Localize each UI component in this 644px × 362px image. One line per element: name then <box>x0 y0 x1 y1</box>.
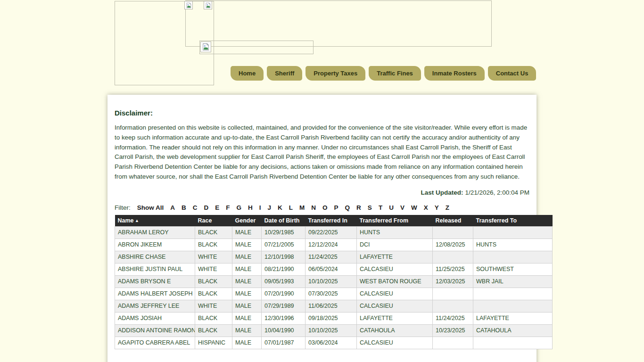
table-cell: AGAPITO CABRERA ABEL <box>115 337 195 349</box>
table-row: ABSHIRE CHASEWHITEMALE12/10/199811/24/20… <box>115 251 553 263</box>
table-cell <box>473 251 553 263</box>
table-cell: DCI <box>357 239 433 251</box>
nav-button-contact-us[interactable]: Contact Us <box>488 66 537 81</box>
header-banner-box <box>185 0 492 47</box>
table-cell: MALE <box>232 263 262 275</box>
filter-letter-r[interactable]: R <box>356 204 361 211</box>
filter-letter-w[interactable]: W <box>411 204 417 211</box>
table-row: AGAPITO CABRERA ABELHISPANICMALE07/01/19… <box>115 337 553 349</box>
table-cell: ADAMS HALBERT JOSEPH <box>115 288 195 300</box>
filter-show-all[interactable]: Show All <box>137 204 164 211</box>
column-header-date-of-birth[interactable]: Date of Birth <box>262 215 305 227</box>
column-header-transferred-from[interactable]: Transferred From <box>357 215 433 227</box>
table-cell: MALE <box>232 324 262 337</box>
table-cell: SOUTHWEST <box>473 263 553 275</box>
column-header-transferred-to[interactable]: Transferred To <box>473 215 553 227</box>
table-cell: WEST BATON ROUGE <box>357 275 433 288</box>
table-cell: 11/25/2025 <box>433 263 473 275</box>
broken-image-icon <box>184 1 193 9</box>
filter-letter-o[interactable]: O <box>322 204 328 211</box>
table-cell: 12/12/2024 <box>305 239 357 251</box>
filter-bar: Filter: Show All ABCDEFGHIJKLMNOPQRSTUVW… <box>115 204 529 211</box>
filter-letter-t[interactable]: T <box>379 204 382 211</box>
table-cell: 11/24/2025 <box>305 251 357 263</box>
table-row: ADAMS HALBERT JOSEPHBLACKMALE07/20/19900… <box>115 288 553 300</box>
column-header-race[interactable]: Race <box>195 215 232 227</box>
filter-letter-q[interactable]: Q <box>345 204 350 211</box>
table-cell: BLACK <box>195 324 232 337</box>
disclaimer-text: Information presented on this website is… <box>115 123 529 182</box>
filter-letter-u[interactable]: U <box>389 204 394 211</box>
table-cell: BLACK <box>195 312 232 324</box>
table-cell: MALE <box>232 239 262 251</box>
filter-label: Filter: <box>115 204 131 211</box>
nav-button-traffic-fines[interactable]: Traffic Fines <box>369 66 421 81</box>
nav-button-property-taxes[interactable]: Property Taxes <box>305 66 365 81</box>
filter-letter-y[interactable]: Y <box>435 204 439 211</box>
last-updated: Last Updated: 1/21/2026, 2:00:04 PM <box>115 189 529 196</box>
table-cell: WBR JAIL <box>473 275 553 288</box>
table-cell: 07/01/1987 <box>262 337 305 349</box>
broken-image-icon <box>200 41 211 52</box>
table-cell: 11/06/2025 <box>305 300 357 312</box>
filter-letter-a[interactable]: A <box>170 204 175 211</box>
filter-letter-b[interactable]: B <box>182 204 186 211</box>
table-row: ADAMS JOSIAHBLACKMALE12/30/199609/18/202… <box>115 312 553 324</box>
filter-letter-m[interactable]: M <box>299 204 305 211</box>
table-cell: ADAMS JOSIAH <box>115 312 195 324</box>
filter-letter-p[interactable]: P <box>334 204 339 211</box>
filter-letter-s[interactable]: S <box>368 204 372 211</box>
column-header-released[interactable]: Released <box>433 215 473 227</box>
table-cell: WHITE <box>195 263 232 275</box>
disclaimer-heading: Disclaimer: <box>115 109 529 117</box>
table-cell: ADAMS JEFFREY LEE <box>115 300 195 312</box>
table-cell: HISPANIC <box>195 337 232 349</box>
nav-button-inmate-rosters[interactable]: Inmate Rosters <box>424 66 485 81</box>
table-cell <box>473 226 553 239</box>
table-cell: LAFAYETTE <box>357 251 433 263</box>
filter-letter-g[interactable]: G <box>237 204 242 211</box>
filter-letter-v[interactable]: V <box>400 204 405 211</box>
filter-letter-f[interactable]: F <box>226 204 230 211</box>
filter-letter-h[interactable]: H <box>248 204 253 211</box>
table-cell: 12/30/1996 <box>262 312 305 324</box>
table-cell: ABSHIRE JUSTIN PAUL <box>115 263 195 275</box>
sort-ascending-icon: ▲ <box>134 218 139 223</box>
filter-letter-d[interactable]: D <box>204 204 209 211</box>
filter-letter-e[interactable]: E <box>215 204 219 211</box>
table-cell: ABRAHAM LEROY <box>115 226 195 239</box>
nav-buttons: HomeSheriffProperty TaxesTraffic FinesIn… <box>231 66 536 81</box>
filter-letter-l[interactable]: L <box>289 204 293 211</box>
table-row: ADDISON ANTOINE RAMONBLACKMALE10/04/1990… <box>115 324 553 337</box>
filter-letter-j[interactable]: J <box>268 204 272 211</box>
site-header: HomeSheriffProperty TaxesTraffic FinesIn… <box>0 0 644 95</box>
table-cell: 08/21/1990 <box>262 263 305 275</box>
table-cell: BLACK <box>195 226 232 239</box>
table-cell: 03/06/2024 <box>305 337 357 349</box>
filter-letter-k[interactable]: K <box>278 204 282 211</box>
table-cell: CALCASIEU <box>357 263 433 275</box>
nav-button-sheriff[interactable]: Sheriff <box>267 66 302 81</box>
column-header-name[interactable]: Name ▲ <box>115 215 195 227</box>
table-cell: 09/18/2025 <box>305 312 357 324</box>
table-cell: BLACK <box>195 288 232 300</box>
filter-letter-z[interactable]: Z <box>446 204 449 211</box>
filter-letter-x[interactable]: X <box>424 204 428 211</box>
table-header-row: Name ▲RaceGenderDate of BirthTransferred… <box>115 215 553 227</box>
table-cell: LAFAYETTE <box>357 312 433 324</box>
table-row: ADAMS BRYSON EBLACKMALE09/05/199310/10/2… <box>115 275 553 288</box>
filter-letter-c[interactable]: C <box>193 204 198 211</box>
table-cell: CALCASIEU <box>357 288 433 300</box>
table-cell: 07/20/1990 <box>262 288 305 300</box>
last-updated-value: 1/21/2026, 2:00:04 PM <box>465 189 529 196</box>
column-header-transferred-in[interactable]: Transferred In <box>305 215 357 227</box>
filter-letter-i[interactable]: I <box>259 204 261 211</box>
table-cell: 10/10/2025 <box>305 324 357 337</box>
table-cell <box>473 300 553 312</box>
nav-button-home[interactable]: Home <box>231 66 264 81</box>
table-cell: BLACK <box>195 275 232 288</box>
table-cell: 09/22/2025 <box>305 226 357 239</box>
column-header-gender[interactable]: Gender <box>232 215 262 227</box>
filter-letter-n[interactable]: N <box>311 204 316 211</box>
table-cell: HUNTS <box>473 239 553 251</box>
